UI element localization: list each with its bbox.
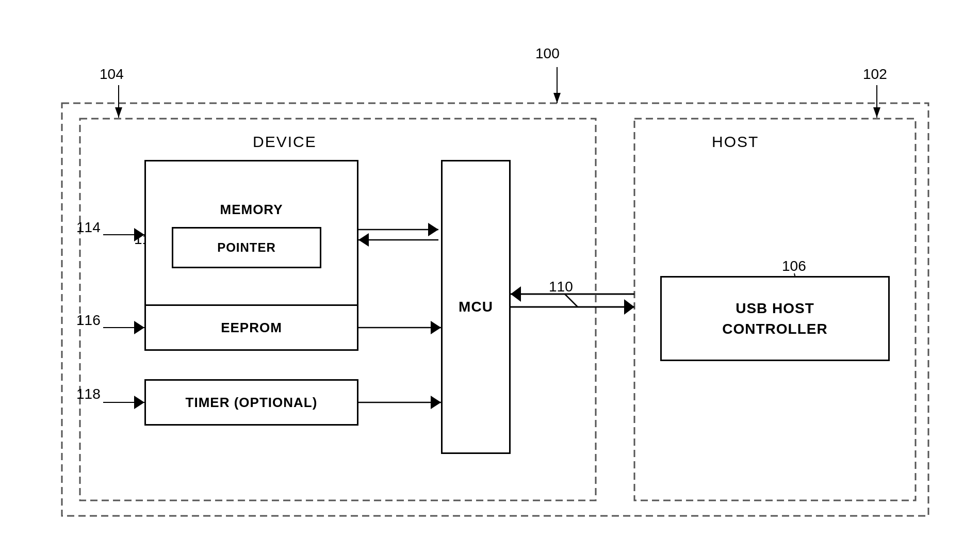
svg-marker-14 — [431, 396, 441, 409]
ref-116: 116 — [76, 312, 101, 329]
ref-114: 114 — [76, 219, 101, 236]
usb-host-controller-box: USB HOST CONTROLLER — [660, 276, 890, 361]
svg-marker-4 — [511, 286, 521, 302]
pointer-label: POINTER — [217, 240, 276, 255]
usb-host-controller-label: USB HOST CONTROLLER — [722, 298, 827, 338]
ref-118: 118 — [76, 386, 101, 402]
svg-line-32 — [565, 294, 578, 307]
ref-102: 102 — [863, 66, 887, 83]
svg-marker-10 — [358, 233, 369, 247]
svg-marker-8 — [428, 223, 438, 236]
ref-106: 106 — [782, 258, 806, 274]
timer-label: TIMER (OPTIONAL) — [186, 395, 318, 411]
ref-104: 104 — [100, 66, 124, 83]
device-label: DEVICE — [253, 133, 317, 151]
svg-marker-17 — [553, 93, 561, 103]
mcu-label: MCU — [459, 299, 493, 315]
svg-marker-6 — [624, 299, 634, 315]
svg-marker-27 — [134, 321, 144, 334]
svg-marker-21 — [873, 107, 880, 118]
eeprom-box: EEPROM — [144, 304, 358, 351]
svg-marker-19 — [115, 107, 122, 118]
memory-label: MEMORY — [220, 202, 283, 218]
memory-box: MEMORY POINTER — [144, 160, 358, 310]
svg-marker-12 — [431, 321, 441, 334]
ref-110: 110 — [549, 279, 573, 295]
mcu-box: MCU — [441, 160, 511, 454]
timer-box: TIMER (OPTIONAL) — [144, 379, 358, 426]
ref-100: 100 — [535, 45, 560, 62]
svg-marker-29 — [134, 396, 144, 409]
host-label: HOST — [712, 133, 759, 151]
pointer-box: POINTER — [172, 227, 321, 268]
diagram: 100 104 102 114 115 116 118 108 110 106 … — [0, 0, 980, 536]
eeprom-label: EEPROM — [221, 320, 282, 336]
